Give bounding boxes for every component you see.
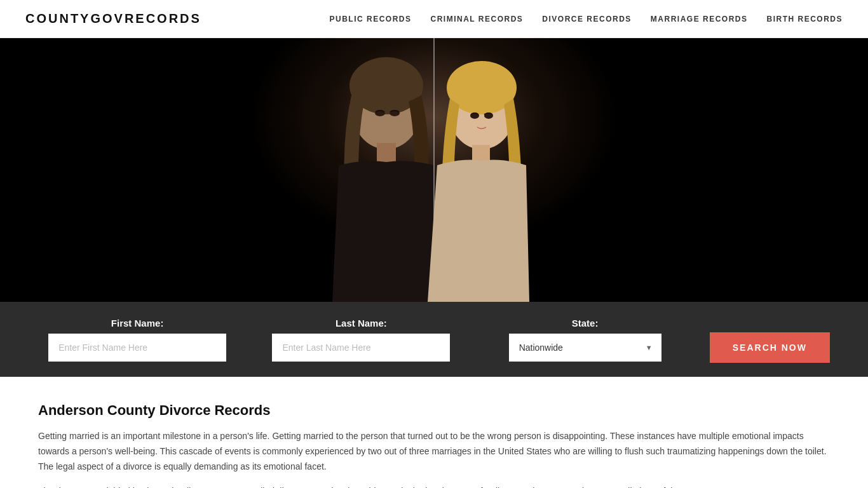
- search-bar: First Name: Last Name: State: Nationwide…: [0, 302, 868, 377]
- last-name-input[interactable]: [272, 334, 450, 362]
- last-name-label: Last Name:: [336, 318, 387, 329]
- nav-public-records[interactable]: PUBLIC RECORDS: [330, 15, 412, 24]
- first-name-label: First Name:: [111, 318, 164, 329]
- first-name-input[interactable]: [48, 334, 226, 362]
- nav-birth-records[interactable]: BIRTH RECORDS: [766, 15, 843, 24]
- state-label: State:: [572, 318, 599, 329]
- state-field: State: NationwideAlabamaAlaskaArizonaArk…: [473, 318, 697, 362]
- first-name-field: First Name:: [25, 318, 249, 362]
- hero-background: [250, 38, 618, 302]
- main-nav: PUBLIC RECORDS CRIMINAL RECORDS DIVORCE …: [330, 15, 843, 24]
- hero-section: [0, 38, 868, 302]
- content-heading: Anderson County Divorce Records: [38, 402, 830, 419]
- nav-marriage-records[interactable]: MARRIAGE RECORDS: [651, 15, 748, 24]
- hero-svg: [250, 38, 618, 302]
- logo[interactable]: COUNTYGOVRECORDS: [25, 11, 201, 26]
- state-select[interactable]: NationwideAlabamaAlaskaArizonaArkansasCa…: [509, 334, 661, 362]
- search-now-button[interactable]: SEARCH NOW: [710, 332, 830, 363]
- last-name-field: Last Name:: [249, 318, 473, 362]
- search-button-wrapper: SEARCH NOW: [697, 332, 843, 363]
- header: COUNTYGOVRECORDS PUBLIC RECORDS CRIMINAL…: [0, 0, 868, 38]
- hero-image: [250, 38, 618, 302]
- nav-divorce-records[interactable]: DIVORCE RECORDS: [542, 15, 632, 24]
- nav-criminal-records[interactable]: CRIMINAL RECORDS: [431, 15, 524, 24]
- state-select-wrapper: NationwideAlabamaAlaskaArizonaArkansasCa…: [509, 334, 661, 362]
- content-section: Anderson County Divorce Records Getting …: [0, 377, 868, 488]
- content-paragraph-1: Getting married is an important mileston…: [38, 429, 830, 474]
- content-paragraph-2: The documents yielded by the entire divo…: [38, 484, 830, 488]
